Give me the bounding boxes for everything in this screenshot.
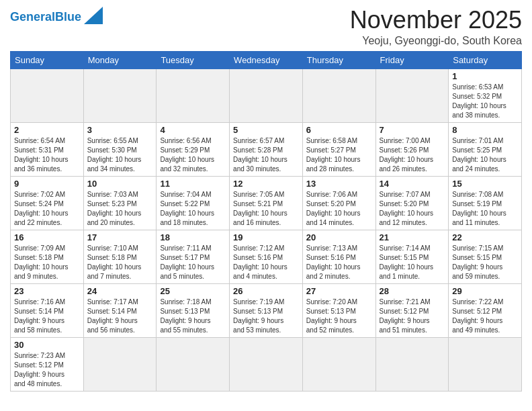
day-info: Sunrise: 6:57 AM Sunset: 5:28 PM Dayligh…: [233, 136, 299, 174]
svg-marker-0: [84, 7, 103, 24]
table-row: 7Sunrise: 7:00 AM Sunset: 5:26 PM Daylig…: [375, 122, 449, 176]
table-row: 30Sunrise: 7:23 AM Sunset: 5:12 PM Dayli…: [11, 337, 84, 391]
day-info: Sunrise: 7:17 AM Sunset: 5:14 PM Dayligh…: [87, 298, 153, 335]
table-row: [157, 68, 230, 122]
table-row: 25Sunrise: 7:18 AM Sunset: 5:13 PM Dayli…: [157, 283, 230, 337]
day-number: 20: [306, 232, 372, 242]
table-row: 6Sunrise: 6:58 AM Sunset: 5:27 PM Daylig…: [302, 122, 375, 176]
table-row: 20Sunrise: 7:13 AM Sunset: 5:16 PM Dayli…: [302, 230, 375, 283]
calendar-table: Sunday Monday Tuesday Wednesday Thursday…: [10, 51, 522, 392]
table-row: 15Sunrise: 7:08 AM Sunset: 5:19 PM Dayli…: [449, 176, 522, 230]
day-info: Sunrise: 7:00 AM Sunset: 5:26 PM Dayligh…: [380, 136, 445, 174]
calendar-header-row: Sunday Monday Tuesday Wednesday Thursday…: [11, 51, 522, 68]
day-info: Sunrise: 7:22 AM Sunset: 5:12 PM Dayligh…: [452, 298, 518, 335]
table-row: 9Sunrise: 7:02 AM Sunset: 5:24 PM Daylig…: [11, 176, 84, 230]
col-wednesday: Wednesday: [230, 51, 303, 68]
day-number: 7: [380, 125, 445, 135]
table-row: [230, 337, 303, 391]
day-info: Sunrise: 7:23 AM Sunset: 5:12 PM Dayligh…: [14, 351, 80, 389]
day-info: Sunrise: 6:54 AM Sunset: 5:31 PM Dayligh…: [14, 136, 80, 174]
col-tuesday: Tuesday: [157, 51, 230, 68]
table-row: 28Sunrise: 7:21 AM Sunset: 5:12 PM Dayli…: [375, 283, 449, 337]
table-row: [375, 68, 449, 122]
table-row: [11, 68, 84, 122]
day-number: 4: [160, 125, 226, 135]
table-row: [157, 337, 230, 391]
day-number: 2: [14, 125, 80, 135]
day-number: 3: [87, 125, 153, 135]
table-row: [83, 337, 157, 391]
day-number: 29: [452, 286, 518, 296]
day-number: 17: [87, 232, 153, 242]
col-monday: Monday: [83, 51, 157, 68]
table-row: 24Sunrise: 7:17 AM Sunset: 5:14 PM Dayli…: [83, 283, 157, 337]
col-friday: Friday: [375, 51, 449, 68]
day-number: 30: [14, 340, 80, 350]
col-sunday: Sunday: [11, 51, 84, 68]
table-row: 21Sunrise: 7:14 AM Sunset: 5:15 PM Dayli…: [375, 230, 449, 283]
table-row: 16Sunrise: 7:09 AM Sunset: 5:18 PM Dayli…: [11, 230, 84, 283]
table-row: 2Sunrise: 6:54 AM Sunset: 5:31 PM Daylig…: [11, 122, 84, 176]
day-number: 12: [233, 179, 299, 189]
table-row: [302, 68, 375, 122]
day-info: Sunrise: 7:20 AM Sunset: 5:13 PM Dayligh…: [306, 298, 372, 335]
day-number: 26: [233, 286, 299, 296]
day-info: Sunrise: 6:58 AM Sunset: 5:27 PM Dayligh…: [306, 136, 372, 174]
table-row: 10Sunrise: 7:03 AM Sunset: 5:23 PM Dayli…: [83, 176, 157, 230]
day-info: Sunrise: 7:05 AM Sunset: 5:21 PM Dayligh…: [233, 190, 299, 228]
day-number: 5: [233, 125, 299, 135]
day-info: Sunrise: 7:18 AM Sunset: 5:13 PM Dayligh…: [160, 298, 226, 335]
table-row: [302, 337, 375, 391]
day-number: 24: [87, 286, 153, 296]
day-number: 21: [380, 232, 445, 242]
day-info: Sunrise: 7:12 AM Sunset: 5:16 PM Dayligh…: [233, 244, 299, 281]
table-row: 19Sunrise: 7:12 AM Sunset: 5:16 PM Dayli…: [230, 230, 303, 283]
table-row: 26Sunrise: 7:19 AM Sunset: 5:13 PM Dayli…: [230, 283, 303, 337]
col-thursday: Thursday: [302, 51, 375, 68]
table-row: 4Sunrise: 6:56 AM Sunset: 5:29 PM Daylig…: [157, 122, 230, 176]
location: Yeoju, Gyeonggi-do, South Korea: [350, 35, 522, 47]
day-info: Sunrise: 7:07 AM Sunset: 5:20 PM Dayligh…: [380, 190, 445, 228]
day-number: 8: [452, 125, 518, 135]
day-info: Sunrise: 7:14 AM Sunset: 5:15 PM Dayligh…: [380, 244, 445, 281]
title-area: November 2025 Yeoju, Gyeonggi-do, South …: [350, 7, 522, 47]
table-row: 18Sunrise: 7:11 AM Sunset: 5:17 PM Dayli…: [157, 230, 230, 283]
day-info: Sunrise: 7:11 AM Sunset: 5:17 PM Dayligh…: [160, 244, 226, 281]
day-info: Sunrise: 7:06 AM Sunset: 5:20 PM Dayligh…: [306, 190, 372, 228]
table-row: 8Sunrise: 7:01 AM Sunset: 5:25 PM Daylig…: [449, 122, 522, 176]
day-info: Sunrise: 7:04 AM Sunset: 5:22 PM Dayligh…: [160, 190, 226, 228]
day-number: 1: [452, 71, 518, 81]
day-info: Sunrise: 7:09 AM Sunset: 5:18 PM Dayligh…: [14, 244, 80, 281]
day-number: 23: [14, 286, 80, 296]
table-row: [449, 337, 522, 391]
day-number: 27: [306, 286, 372, 296]
day-info: Sunrise: 7:02 AM Sunset: 5:24 PM Dayligh…: [14, 190, 80, 228]
day-info: Sunrise: 7:21 AM Sunset: 5:12 PM Dayligh…: [380, 298, 445, 335]
table-row: 29Sunrise: 7:22 AM Sunset: 5:12 PM Dayli…: [449, 283, 522, 337]
table-row: 23Sunrise: 7:16 AM Sunset: 5:14 PM Dayli…: [11, 283, 84, 337]
table-row: 14Sunrise: 7:07 AM Sunset: 5:20 PM Dayli…: [375, 176, 449, 230]
day-number: 14: [380, 179, 445, 189]
day-number: 15: [452, 179, 518, 189]
logo-blue: Blue: [55, 10, 81, 24]
day-info: Sunrise: 7:13 AM Sunset: 5:16 PM Dayligh…: [306, 244, 372, 281]
logo-icon: [84, 7, 103, 24]
header-area: GeneralBlue November 2025 Yeoju, Gyeongg…: [10, 7, 522, 47]
table-row: [375, 337, 449, 391]
day-info: Sunrise: 7:10 AM Sunset: 5:18 PM Dayligh…: [87, 244, 153, 281]
table-row: 22Sunrise: 7:15 AM Sunset: 5:15 PM Dayli…: [449, 230, 522, 283]
day-number: 22: [452, 232, 518, 242]
day-info: Sunrise: 7:16 AM Sunset: 5:14 PM Dayligh…: [14, 298, 80, 335]
table-row: 27Sunrise: 7:20 AM Sunset: 5:13 PM Dayli…: [302, 283, 375, 337]
day-info: Sunrise: 6:53 AM Sunset: 5:32 PM Dayligh…: [452, 83, 518, 120]
day-info: Sunrise: 7:19 AM Sunset: 5:13 PM Dayligh…: [233, 298, 299, 335]
table-row: 11Sunrise: 7:04 AM Sunset: 5:22 PM Dayli…: [157, 176, 230, 230]
logo-general: General: [10, 10, 55, 24]
day-number: 25: [160, 286, 226, 296]
day-number: 19: [233, 232, 299, 242]
table-row: 1Sunrise: 6:53 AM Sunset: 5:32 PM Daylig…: [449, 68, 522, 122]
day-info: Sunrise: 7:03 AM Sunset: 5:23 PM Dayligh…: [87, 190, 153, 228]
day-number: 16: [14, 232, 80, 242]
page: GeneralBlue November 2025 Yeoju, Gyeongg…: [0, 0, 532, 398]
month-title: November 2025: [350, 7, 522, 34]
